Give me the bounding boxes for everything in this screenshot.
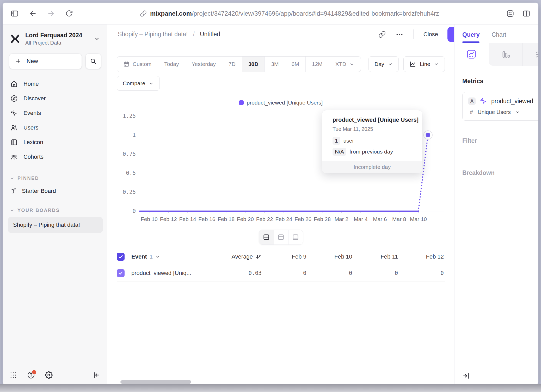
copy-link-icon[interactable] [378,31,386,38]
range-button-6m[interactable]: 6M [285,57,305,72]
svg-text:Mar 8: Mar 8 [392,216,406,222]
granularity-dropdown[interactable]: Day [368,56,399,72]
table-row: product_viewed [Uniq... 0.03 0000 [117,265,445,281]
row-checkbox[interactable] [117,269,125,277]
chevron-down-icon [10,176,14,181]
sidebar-item-lexicon[interactable]: Lexicon [3,135,107,150]
range-label: 30D [248,61,259,67]
workspace-subtitle: All Project Data [25,40,90,46]
range-button-yesterday[interactable]: Yesterday [185,57,222,72]
users-icon [10,124,18,131]
range-button-xtd[interactable]: XTD [329,57,361,72]
chart-type-dropdown[interactable]: Line [403,56,445,72]
range-button-30d[interactable]: 30D [242,57,265,72]
browser-window: mixpanel.com/project/3472420/view/397469… [3,3,538,385]
aggregation-dropdown[interactable]: # Unique Users [468,109,538,115]
svg-text:Feb 14: Feb 14 [179,216,196,222]
forward-icon[interactable] [47,9,55,18]
close-button[interactable]: Close [423,31,438,38]
svg-text:Feb 24: Feb 24 [275,216,292,222]
more-options-icon[interactable] [396,30,403,38]
mixpanel-logo [9,33,21,45]
tooltip-value-unit: user [343,138,354,144]
svg-text:Feb 22: Feb 22 [256,216,273,222]
your-boards-section-header[interactable]: YOUR BOARDS [3,208,107,213]
date-range-selector: CustomTodayYesterday7D30D3M6M12MXTD [117,56,361,72]
pinned-label: PINNED [17,176,39,181]
range-button-3m[interactable]: 3M [265,57,285,72]
collapse-panel-icon[interactable] [462,372,470,380]
search-button[interactable] [86,54,101,69]
tooltip-delta: N/A [333,148,346,156]
tab-query[interactable]: Query [462,31,479,43]
compare-dropdown[interactable]: Compare [117,76,160,91]
svg-text:Feb 28: Feb 28 [314,216,331,222]
average-column-header[interactable]: Average [217,253,262,260]
svg-text:0.25: 0.25 [123,189,136,195]
funnels-tab-button[interactable] [489,43,523,66]
sidebar-item-home[interactable]: Home [3,77,107,91]
tooltip-title: product_viewed [Unique Users] [333,117,419,123]
column-header-feb-10[interactable]: Feb 10 [308,253,353,260]
column-header-feb-12[interactable]: Feb 12 [399,253,445,260]
browser-sidebar-toggle-icon[interactable] [10,9,19,18]
horizontal-scrollbar-thumb[interactable] [120,380,191,384]
legend-label: product_viewed [Unique Users] [247,100,323,106]
collapse-sidebar-icon[interactable] [93,371,100,379]
metric-card[interactable]: A product_viewed # Unique Users [462,92,538,121]
range-label: Yesterday [192,61,216,67]
column-header-feb-11[interactable]: Feb 11 [353,253,399,260]
flows-tab-button[interactable] [522,43,538,66]
url-bar[interactable]: mixpanel.com/project/3472420/view/397469… [73,10,506,17]
gear-icon[interactable] [45,371,53,379]
sidebar-item-starter-board[interactable]: Starter Board [3,184,107,198]
event-column-header[interactable]: Event 1 [131,253,217,260]
select-all-checkbox[interactable] [117,253,125,261]
range-button-12m[interactable]: 12M [305,57,329,72]
insights-tab-button[interactable] [454,43,489,66]
row-event-name[interactable]: product_viewed [Uniq... [131,270,191,277]
events-spark-icon [10,109,18,117]
range-button-today[interactable]: Today [158,57,185,72]
layout-table-only-button[interactable] [288,230,303,244]
window-frame-bottom [0,384,541,392]
layout-chart-only-button[interactable] [274,230,288,244]
breadcrumb-separator: / [193,31,195,38]
breadcrumb: Shopify – Piping that data! / Untitled [118,31,220,38]
pinned-section-header[interactable]: PINNED [3,176,107,181]
layout-split-button[interactable] [259,230,274,244]
breadcrumb-page-title: Untitled [200,31,220,38]
primary-action-button[interactable] [447,27,454,42]
reload-icon[interactable] [65,10,73,17]
svg-text:Feb 20: Feb 20 [237,216,254,222]
svg-text:Mar 10: Mar 10 [410,216,427,222]
chevron-down-icon [10,208,14,213]
sidebar-item-cohorts[interactable]: Cohorts [3,150,107,164]
sidebar-item-shopify-board[interactable]: Shopify – Piping that data! [8,217,103,233]
breadcrumb-board-link[interactable]: Shopify – Piping that data! [118,31,188,38]
results-table: Event 1 Average Feb 9Feb 10 [117,249,445,281]
tab-chart[interactable]: Chart [491,31,506,43]
sidebar-item-events[interactable]: Events [3,106,107,120]
range-button-custom[interactable]: Custom [117,57,158,72]
split-view-icon[interactable] [522,9,531,18]
sidebar-item-users[interactable]: Users [3,120,107,135]
svg-text:Feb 12: Feb 12 [160,216,177,222]
range-label: XTD [335,61,346,67]
column-header-feb-9[interactable]: Feb 9 [262,253,308,260]
browser-extensions-icon[interactable] [506,9,514,18]
search-icon [90,58,97,65]
section-divider [117,237,445,237]
sidebar-item-discover[interactable]: Discover [3,91,107,106]
back-icon[interactable] [29,9,37,18]
apps-grid-icon[interactable] [9,371,17,379]
row-average-value: 0.03 [248,270,262,276]
workspace-name: Lord Farquaad 2024 [25,32,90,39]
url-path: /project/3472420/view/3974696/app/boards… [192,10,439,17]
workspace-switcher[interactable]: Lord Farquaad 2024 All Project Data [3,24,107,46]
chevron-down-icon [94,36,100,42]
help-button[interactable] [27,371,35,379]
range-button-7d[interactable]: 7D [222,57,242,72]
new-button[interactable]: New [9,54,82,69]
breakdown-section-title: Breakdown [462,169,538,176]
